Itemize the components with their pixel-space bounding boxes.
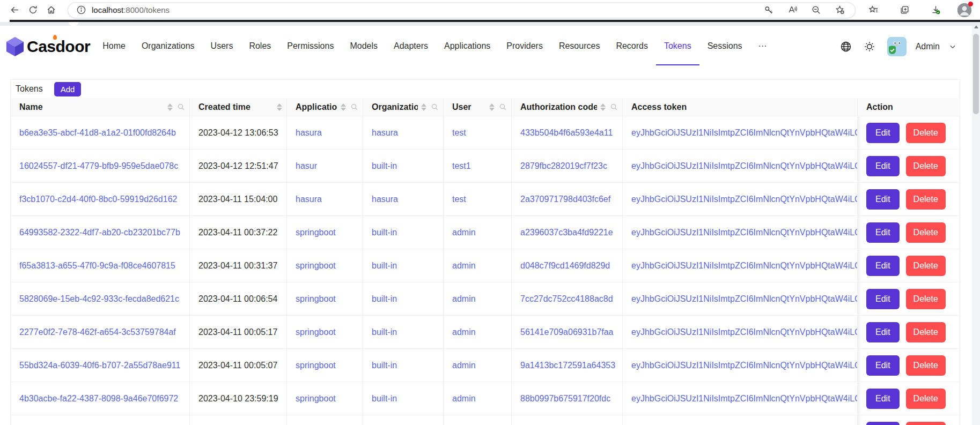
nav-item-tokens[interactable]: Tokens [656, 28, 699, 65]
user-link[interactable]: admin [452, 361, 476, 370]
token-name-link[interactable]: f65a3813-a655-47f0-9c9a-f08ce4607815 [19, 261, 175, 270]
column-search-icon[interactable] [350, 103, 358, 111]
edit-button[interactable]: Edit [866, 189, 900, 210]
token-name-link[interactable]: 16024557-df21-4779-bfb9-959e5dae078c [19, 161, 178, 170]
token-name-link[interactable]: 5828069e-15eb-4c92-933c-fecda8ed621c [19, 294, 179, 303]
sorter-icon[interactable] [421, 103, 426, 111]
column-header-application[interactable]: Application [287, 98, 363, 116]
read-aloud-icon[interactable] [786, 2, 798, 18]
casdoor-logo[interactable]: Casdoor [5, 36, 90, 57]
application-link[interactable]: springboot [296, 327, 336, 337]
delete-button[interactable]: Delete [906, 322, 946, 342]
sorter-icon[interactable] [341, 103, 346, 111]
access-token-link[interactable]: eyJhbGciOiJSUzI1NiIsImtpZCI6ImNlcnQtYnVp… [631, 128, 858, 137]
edit-button[interactable]: Edit [866, 355, 900, 376]
application-link[interactable]: springboot [296, 228, 336, 237]
browser-profile-avatar[interactable] [957, 3, 971, 17]
authorization-code-link[interactable]: 7cc27dc752cc4188ac8d [520, 294, 613, 303]
access-token-link[interactable]: eyJhbGciOiJSUzI1NiIsImtpZCI6ImNlcnQtYnVp… [631, 294, 858, 303]
edit-button[interactable]: Edit [866, 389, 900, 409]
token-name-link[interactable]: 2277e0f2-7e78-462f-a654-3c53759784af [19, 327, 176, 337]
delete-button[interactable]: Delete [906, 256, 946, 276]
language-globe-icon[interactable] [839, 40, 852, 53]
sorter-icon[interactable] [277, 103, 282, 111]
token-name-link[interactable]: 4b30acbe-fa22-4387-8098-9a46e70f6972 [19, 394, 178, 403]
user-link[interactable]: test [452, 195, 466, 204]
column-header-user[interactable]: User [444, 98, 512, 116]
access-token-link[interactable]: eyJhbGciOiJSUzI1NiIsImtpZCI6ImNlcnQtYnVp… [631, 161, 858, 170]
token-name-link[interactable]: b6ea3e35-abcf-41d8-a1a2-01f00fd8264b [19, 128, 176, 137]
edit-button[interactable]: Edit [866, 422, 900, 425]
favorites-bar-icon[interactable] [864, 2, 882, 18]
password-key-icon[interactable] [763, 2, 775, 18]
theme-sun-icon[interactable] [863, 40, 876, 53]
edit-button[interactable]: Edit [866, 322, 900, 342]
nav-item-more[interactable]: ··· [750, 28, 775, 65]
application-link[interactable]: springboot [296, 261, 336, 270]
application-link[interactable]: springboot [296, 361, 336, 370]
column-search-icon[interactable] [610, 103, 618, 111]
column-header-authorization-code[interactable]: Authorization code [512, 98, 623, 116]
organization-link[interactable]: built-in [372, 261, 397, 270]
delete-button[interactable]: Delete [906, 422, 946, 425]
favorite-add-icon[interactable] [834, 2, 845, 18]
nav-item-roles[interactable]: Roles [241, 28, 279, 65]
nav-item-sessions[interactable]: Sessions [699, 28, 750, 65]
back-icon[interactable] [5, 2, 24, 18]
authorization-code-link[interactable]: 9a1413bc172591a64353 [520, 361, 615, 370]
authorization-code-link[interactable]: 2a370971798d403fc6ef [520, 195, 610, 204]
refresh-icon[interactable] [24, 2, 42, 18]
nav-item-models[interactable]: Models [342, 28, 386, 65]
edit-button[interactable]: Edit [866, 156, 900, 176]
access-token-link[interactable]: eyJhbGciOiJSUzI1NiIsImtpZCI6ImNlcnQtYnVp… [631, 394, 858, 403]
authorization-code-link[interactable]: 2879fbc282019cf7f23c [520, 161, 607, 170]
nav-item-home[interactable]: Home [94, 28, 134, 65]
organization-link[interactable]: built-in [372, 228, 397, 237]
collections-icon[interactable] [895, 2, 913, 18]
sorter-icon[interactable] [167, 103, 173, 111]
address-bar[interactable]: localhost:8000/tokens [68, 2, 856, 18]
user-link[interactable]: admin [452, 261, 476, 270]
delete-button[interactable]: Delete [906, 289, 946, 309]
nav-item-applications[interactable]: Applications [436, 28, 498, 65]
url-text[interactable]: localhost:8000/tokens [92, 5, 763, 14]
authorization-code-link[interactable]: 88b0997b675917f20fdc [520, 394, 610, 403]
user-avatar[interactable] [887, 36, 907, 57]
column-search-icon[interactable] [431, 103, 439, 111]
organization-link[interactable]: hasura [372, 195, 398, 204]
access-token-link[interactable]: eyJhbGciOiJSUzI1NiIsImtpZCI6ImNlcnQtYnVp… [631, 228, 858, 237]
access-token-link[interactable]: eyJhbGciOiJSUzI1NiIsImtpZCI6ImNlcnQtYnVp… [631, 195, 858, 204]
application-link[interactable]: springboot [296, 394, 336, 403]
token-name-link[interactable]: f3cb1070-c2d4-40f0-8bc0-59919d26d162 [19, 195, 177, 204]
column-search-icon[interactable] [499, 103, 507, 111]
downloads-icon[interactable] [926, 2, 945, 18]
nav-item-users[interactable]: Users [203, 28, 241, 65]
column-header-created-time[interactable]: Created time [190, 98, 287, 116]
sorter-icon[interactable] [600, 103, 606, 111]
delete-button[interactable]: Delete [906, 123, 946, 143]
user-link[interactable]: test [452, 128, 466, 137]
access-token-link[interactable]: eyJhbGciOiJSUzI1NiIsImtpZCI6ImNlcnQtYnVp… [631, 361, 858, 370]
site-info-icon[interactable] [76, 2, 86, 18]
add-button[interactable]: Add [54, 82, 82, 96]
nav-item-adapters[interactable]: Adapters [386, 28, 436, 65]
sorter-icon[interactable] [489, 103, 495, 111]
nav-item-providers[interactable]: Providers [498, 28, 551, 65]
authorization-code-link[interactable]: a2396037c3ba4fd9221e [520, 228, 613, 237]
home-icon[interactable] [42, 2, 60, 18]
authorization-code-link[interactable]: d048c7f9cd1469fd829d [520, 261, 610, 270]
organization-link[interactable]: built-in [372, 361, 397, 370]
token-name-link[interactable]: 55bd324a-6039-40f6-b707-2a55d78ae911 [19, 361, 180, 370]
edit-button[interactable]: Edit [866, 256, 900, 276]
delete-button[interactable]: Delete [906, 189, 946, 210]
access-token-link[interactable]: eyJhbGciOiJSUzI1NiIsImtpZCI6ImNlcnQtYnVp… [631, 261, 858, 270]
user-link[interactable]: admin [452, 394, 476, 403]
delete-button[interactable]: Delete [906, 389, 946, 409]
application-link[interactable]: springboot [296, 294, 336, 303]
edit-button[interactable]: Edit [866, 123, 900, 143]
zoom-out-icon[interactable] [810, 2, 822, 18]
authorization-code-link[interactable]: 433b504b4f6a593e4a11 [520, 128, 613, 137]
nav-item-organizations[interactable]: Organizations [134, 28, 203, 65]
scrollbar-thumb[interactable] [973, 34, 979, 114]
nav-item-permissions[interactable]: Permissions [279, 28, 342, 65]
